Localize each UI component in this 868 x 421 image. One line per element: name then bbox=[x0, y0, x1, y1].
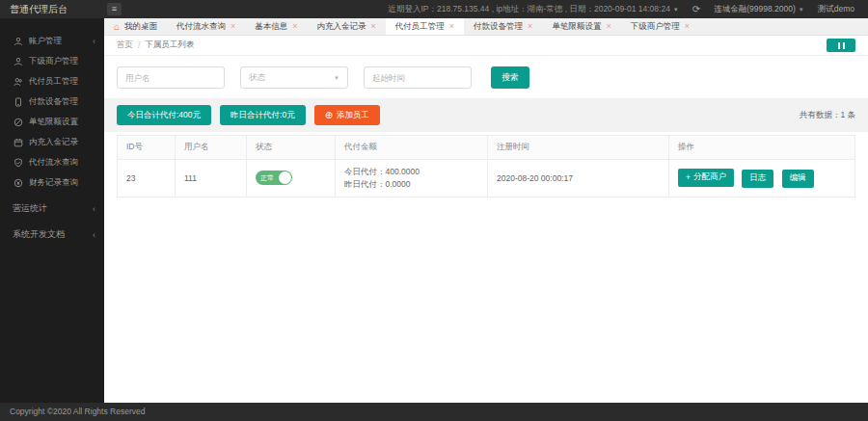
close-icon[interactable]: × bbox=[371, 22, 376, 31]
refresh-icon[interactable]: ⟳ bbox=[692, 4, 700, 14]
yesterday-total-button[interactable]: 昨日合计代付:0元 bbox=[220, 105, 306, 125]
tab-bar: ⌂ 我的桌面 代付流水查询 × 基本信息 × 内充入金记录 × 代付员工管理 ×… bbox=[104, 18, 868, 36]
chevron-left-icon: ‹ bbox=[93, 230, 95, 240]
close-icon[interactable]: × bbox=[292, 22, 297, 31]
tab-label: 代付流水查询 bbox=[176, 21, 226, 33]
cell-actions: + 分配商户 日志 编辑 bbox=[669, 160, 855, 197]
summary-band: 今日合计代付:400元 昨日合计代付:0元 ⊕ 添加员工 共有数据：1 条 bbox=[104, 98, 868, 132]
close-icon[interactable]: × bbox=[685, 22, 690, 31]
page: 普通代理后台 ≡ 近期登入IP：218.75.135.44 , ip地址：湖南-… bbox=[0, 0, 868, 421]
add-employee-button[interactable]: ⊕ 添加员工 bbox=[314, 105, 380, 125]
status-toggle[interactable]: 正常 bbox=[256, 171, 292, 185]
table-row: 23 111 正常 今日代付：400.0000 昨日代付：0.0000 bbox=[118, 160, 855, 197]
sidebar-item-finance-records[interactable]: 财务记录查询 bbox=[0, 172, 104, 193]
chevron-down-icon: ▼ bbox=[334, 75, 339, 81]
chevron-left-icon: ‹ bbox=[93, 37, 95, 46]
tab-payment-flow[interactable]: 代付流水查询 × bbox=[167, 18, 245, 35]
hamburger-menu-icon[interactable]: ≡ bbox=[107, 3, 122, 15]
tab-sub-merchants[interactable]: 下级商户管理 × bbox=[621, 18, 699, 35]
search-button[interactable]: 搜索 bbox=[491, 66, 529, 89]
tab-label: 我的桌面 bbox=[124, 21, 157, 33]
tab-limit-settings[interactable]: 单笔限额设置 × bbox=[542, 18, 620, 35]
sidebar-item-operation-stats[interactable]: 营运统计 ‹ bbox=[0, 198, 104, 219]
sidebar-item-limit-settings[interactable]: 单笔限额设置 bbox=[0, 112, 104, 132]
sidebar-item-dev-docs[interactable]: 系统开发文档 ‹ bbox=[0, 224, 104, 245]
sidebar-item-label: 内充入金记录 bbox=[29, 137, 78, 148]
col-amount: 代付金额 bbox=[336, 136, 488, 160]
double-bar-icon bbox=[838, 42, 840, 49]
chevron-down-icon: ▼ bbox=[799, 7, 804, 13]
users-icon bbox=[13, 76, 23, 87]
status-toggle-label: 正常 bbox=[256, 173, 274, 183]
sidebar-item-label: 付款设备管理 bbox=[29, 96, 78, 108]
cell-status: 正常 bbox=[247, 160, 336, 197]
topbar-right: 近期登入IP：218.75.135.44 , ip地址：湖南-常德 , 日期：2… bbox=[388, 4, 868, 15]
tab-label: 下级商户管理 bbox=[631, 21, 680, 33]
merchant-icon bbox=[13, 56, 23, 66]
assign-merchant-label: 分配商户 bbox=[693, 171, 726, 183]
tab-label: 代付员工管理 bbox=[395, 21, 445, 33]
sidebar-item-payment-flow[interactable]: 代付流水查询 bbox=[0, 152, 104, 172]
user-icon bbox=[13, 36, 23, 46]
col-actions: 操作 bbox=[669, 136, 855, 160]
tab-basic-info[interactable]: 基本信息 × bbox=[245, 18, 307, 35]
status-select[interactable]: 状态 ▼ bbox=[240, 66, 348, 89]
cell-id: 23 bbox=[118, 160, 176, 197]
sidebar-item-payment-staff[interactable]: 代付员工管理 bbox=[0, 71, 104, 92]
breadcrumb-home[interactable]: 首页 bbox=[117, 39, 133, 51]
close-icon[interactable]: × bbox=[528, 22, 532, 31]
double-bar-icon bbox=[843, 42, 845, 49]
assign-merchant-button[interactable]: + 分配商户 bbox=[678, 169, 734, 187]
app-title: 普通代理后台 bbox=[0, 3, 104, 16]
col-id: ID号 bbox=[118, 136, 176, 160]
home-icon: ⌂ bbox=[114, 22, 120, 32]
close-icon[interactable]: × bbox=[231, 22, 235, 31]
close-icon[interactable]: × bbox=[606, 22, 610, 31]
breadcrumb-separator: / bbox=[138, 40, 140, 50]
sidebar-item-label: 系统开发文档 bbox=[13, 228, 65, 241]
sidebar-item-label: 财务记录查询 bbox=[29, 177, 78, 189]
today-total-button[interactable]: 今日合计代付:400元 bbox=[117, 105, 211, 125]
money-icon bbox=[13, 177, 23, 188]
col-status: 状态 bbox=[247, 136, 336, 160]
toggle-knob bbox=[279, 171, 291, 184]
sidebar-item-label: 代付员工管理 bbox=[29, 76, 78, 88]
table-header-row: ID号 用户名 状态 代付金额 注册时间 操作 bbox=[118, 136, 855, 160]
tab-label: 单笔限额设置 bbox=[552, 21, 601, 33]
login-info[interactable]: 近期登入IP：218.75.135.44 , ip地址：湖南-常德 , 日期：2… bbox=[388, 4, 678, 15]
sidebar-item-sub-merchants[interactable]: 下级商户管理 bbox=[0, 51, 104, 71]
username-input[interactable] bbox=[117, 66, 225, 89]
breadcrumb-current: 下属员工列表 bbox=[145, 39, 194, 51]
sidebar-item-devices[interactable]: 付款设备管理 bbox=[0, 92, 104, 112]
sidebar-item-deposit-records[interactable]: 内充入金记录 bbox=[0, 132, 104, 152]
current-user[interactable]: 测试demo bbox=[818, 4, 854, 15]
limit-icon bbox=[13, 117, 23, 127]
col-register-time: 注册时间 bbox=[488, 136, 669, 160]
add-employee-label: 添加员工 bbox=[337, 110, 369, 121]
add-circle-icon: ⊕ bbox=[325, 111, 333, 120]
record-count: 共有数据：1 条 bbox=[800, 110, 855, 121]
chevron-down-icon: ▼ bbox=[673, 7, 679, 13]
amount-yesterday: 昨日代付：0.0000 bbox=[344, 178, 478, 191]
cell-username: 111 bbox=[176, 160, 247, 197]
close-icon[interactable]: × bbox=[449, 22, 454, 31]
start-time-input[interactable] bbox=[364, 66, 472, 89]
sidebar: 账户管理 ‹ 下级商户管理 代付员工管理 付款设备管理 单笔限额设置 内充入金记… bbox=[0, 18, 104, 403]
merchant-label: 连城金融(99998.2000) bbox=[714, 4, 796, 13]
login-info-text: 近期登入IP：218.75.135.44 , ip地址：湖南-常德 , 日期：2… bbox=[388, 4, 669, 13]
employee-table: ID号 用户名 状态 代付金额 注册时间 操作 23 111 正 bbox=[117, 135, 855, 197]
tab-payment-staff[interactable]: 代付员工管理 × bbox=[386, 18, 464, 35]
status-select-value: 状态 bbox=[249, 72, 265, 84]
tab-deposit-records[interactable]: 内充入金记录 × bbox=[308, 18, 386, 35]
amount-today: 今日代付：400.0000 bbox=[344, 166, 478, 178]
merchant-account[interactable]: 连城金融(99998.2000)▼ bbox=[714, 4, 804, 15]
col-username: 用户名 bbox=[176, 136, 247, 160]
log-button[interactable]: 日志 bbox=[742, 170, 773, 188]
sidebar-item-account[interactable]: 账户管理 ‹ bbox=[0, 31, 104, 51]
edit-button[interactable]: 编辑 bbox=[782, 170, 814, 188]
panel-action-button[interactable] bbox=[827, 39, 855, 52]
tab-devices[interactable]: 付款设备管理 × bbox=[464, 18, 542, 35]
top-bar: 普通代理后台 ≡ 近期登入IP：218.75.135.44 , ip地址：湖南-… bbox=[0, 0, 868, 18]
sidebar-item-label: 下级商户管理 bbox=[29, 56, 78, 67]
tab-desktop[interactable]: ⌂ 我的桌面 bbox=[104, 18, 167, 35]
